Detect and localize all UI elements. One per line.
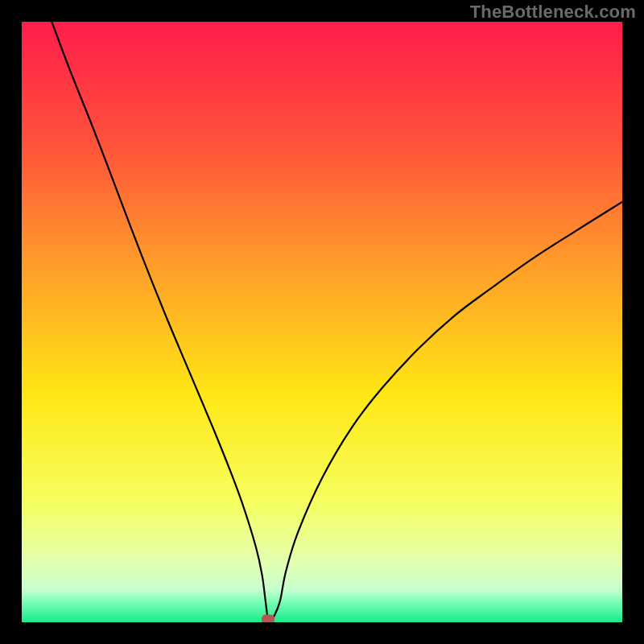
chart-svg — [22, 22, 622, 622]
gradient-rect — [22, 22, 622, 622]
plot-area — [22, 22, 622, 622]
chart-frame: TheBottleneck.com — [0, 0, 644, 644]
watermark-text: TheBottleneck.com — [470, 2, 636, 23]
optimum-marker — [262, 615, 275, 622]
